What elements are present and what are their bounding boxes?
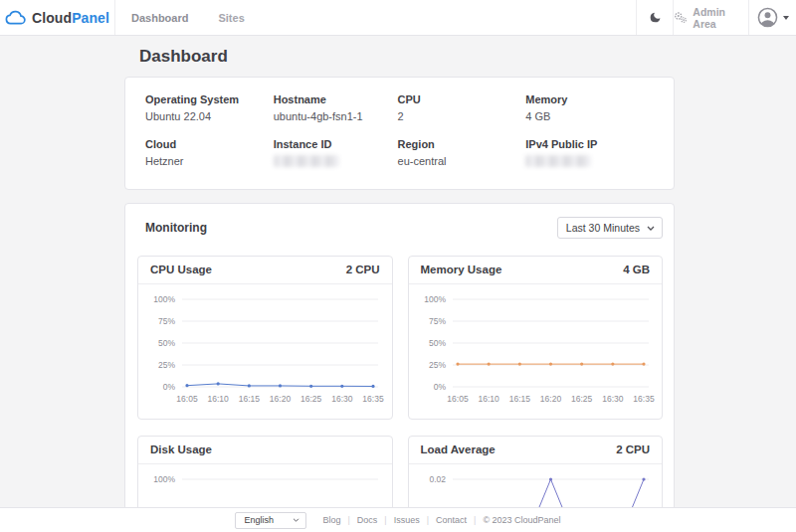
footer-links: Blog | Docs | Issues | Contact | © 2023 … (322, 515, 560, 525)
redacted-value (525, 155, 591, 167)
gears-icon (674, 11, 687, 24)
time-range-select[interactable]: Last 30 Minutes (557, 217, 663, 239)
info-label: Instance ID (274, 138, 398, 150)
monitoring-card: Monitoring Last 30 Minutes CPU Usage 2 C… (124, 203, 675, 532)
y-tick-label: 100% (153, 474, 175, 484)
info-field-ipv4-public-ip: IPv4 Public IP (525, 138, 654, 167)
y-tick-label: 25% (158, 360, 175, 370)
chart-unit-label: 2 CPU (346, 264, 380, 275)
time-range-value: Last 30 Minutes (566, 222, 640, 234)
data-point (517, 363, 520, 366)
chart-title: Memory Usage (421, 264, 502, 275)
data-point (309, 385, 312, 388)
cloud-logo-icon (5, 10, 26, 25)
separator: | (474, 515, 476, 525)
chart-title: CPU Usage (150, 264, 212, 275)
chart-card-cpu-usage: CPU Usage 2 CPU 100%75%50%25%0%16:0516:1… (137, 256, 393, 420)
x-tick-label: 16:30 (602, 394, 624, 404)
info-label: IPv4 Public IP (525, 138, 654, 150)
y-tick-label: 0.02 (429, 474, 446, 484)
info-label: Memory (525, 93, 654, 105)
system-info-card: Operating System Ubuntu 22.04 Hostname u… (124, 77, 675, 190)
copyright: © 2023 CloudPanel (483, 515, 560, 525)
x-tick-label: 16:30 (331, 394, 353, 404)
info-label: Cloud (145, 138, 274, 150)
info-field-cpu: CPU 2 (398, 93, 526, 122)
language-select[interactable]: English (235, 512, 306, 529)
info-field-cloud: Cloud Hetzner (145, 138, 274, 167)
admin-area-button[interactable]: Admin Area (673, 0, 748, 35)
data-point (371, 385, 374, 388)
info-value: 4 GB (525, 110, 654, 122)
info-value: Hetzner (145, 155, 274, 167)
footer-link-issues[interactable]: Issues (394, 515, 420, 525)
info-label: Hostname (274, 93, 398, 105)
footer-link-docs[interactable]: Docs (357, 515, 378, 525)
info-field-region: Region eu-central (398, 138, 526, 167)
chart-header: CPU Usage 2 CPU (138, 257, 392, 284)
x-tick-label: 16:20 (539, 394, 561, 404)
info-label: Region (398, 138, 526, 150)
y-tick-label: 75% (158, 316, 175, 326)
brand-second: Panel (72, 10, 109, 26)
info-field-memory: Memory 4 GB (525, 93, 654, 122)
data-point (642, 363, 645, 366)
data-point (611, 363, 614, 366)
chart-header: Memory Usage 4 GB (409, 257, 663, 284)
monitoring-header: Monitoring Last 30 Minutes (137, 216, 663, 240)
y-tick-label: 50% (158, 338, 175, 348)
chart-canvas: 100%75%50%25%0%16:0516:1016:1516:2016:25… (409, 286, 663, 413)
brand-logo[interactable]: CloudPanel (0, 0, 115, 35)
dark-mode-toggle[interactable] (636, 0, 673, 35)
brand-text: CloudPanel (32, 10, 109, 26)
footer: English Blog | Docs | Issues | Contact |… (0, 507, 796, 532)
info-value: ubuntu-4gb-fsn1-1 (274, 110, 398, 122)
x-tick-label: 16:15 (508, 394, 530, 404)
avatar-icon (757, 7, 778, 28)
data-point (456, 363, 459, 366)
info-field-hostname: Hostname ubuntu-4gb-fsn1-1 (274, 93, 398, 122)
info-value: 2 (398, 110, 526, 122)
data-point (185, 384, 188, 387)
nav-item-dashboard[interactable]: Dashboard (131, 12, 188, 24)
chevron-down-icon (293, 518, 299, 522)
data-point (217, 382, 220, 385)
y-tick-label: 100% (153, 294, 175, 304)
x-tick-label: 16:25 (300, 394, 322, 404)
footer-link-blog[interactable]: Blog (322, 515, 340, 525)
data-point (340, 385, 343, 388)
nav-item-sites[interactable]: Sites (218, 12, 244, 24)
footer-link-contact[interactable]: Contact (436, 515, 467, 525)
y-tick-label: 75% (428, 316, 445, 326)
caret-down-icon (783, 16, 789, 20)
info-label: CPU (398, 93, 526, 105)
chart-unit-label: 2 CPU (616, 443, 650, 455)
y-tick-label: 25% (428, 360, 445, 370)
chart-canvas: 100%75%50%25%0%16:0516:1016:1516:2016:25… (138, 286, 392, 413)
info-value: eu-central (398, 155, 526, 167)
navbar: CloudPanel Dashboard Sites Admin Area (0, 0, 796, 36)
separator: | (347, 515, 349, 525)
chart-header: Load Average 2 CPU (409, 437, 663, 464)
x-tick-label: 16:15 (239, 394, 261, 404)
x-tick-label: 16:05 (447, 394, 469, 404)
x-tick-label: 16:35 (362, 394, 384, 404)
chart-body: 100%75%50%25%0%16:0516:1016:1516:2016:25… (409, 284, 663, 419)
chart-header: Disk Usage (138, 437, 392, 464)
y-tick-label: 0% (433, 382, 446, 392)
monitoring-title: Monitoring (145, 221, 207, 235)
user-menu[interactable] (748, 0, 796, 35)
info-field-instance-id: Instance ID (274, 138, 398, 167)
data-point (548, 477, 551, 480)
main-nav: Dashboard Sites (131, 0, 245, 35)
y-tick-label: 100% (424, 294, 446, 304)
main-content: Dashboard Operating System Ubuntu 22.04 … (124, 36, 675, 532)
x-tick-label: 16:05 (176, 394, 198, 404)
language-select-value: English (244, 515, 274, 525)
redacted-value (274, 155, 339, 167)
data-point (642, 477, 645, 480)
info-label: Operating System (145, 93, 274, 105)
x-tick-label: 16:20 (270, 394, 292, 404)
y-tick-label: 50% (428, 338, 445, 348)
admin-area-label: Admin Area (693, 6, 748, 30)
